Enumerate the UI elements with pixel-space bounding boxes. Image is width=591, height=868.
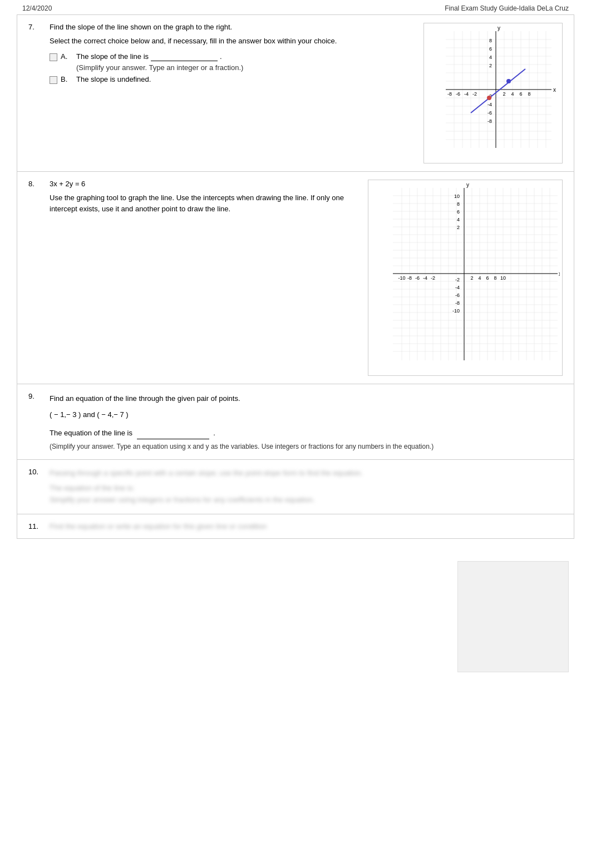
q10-blurred-line2: The equation of the line is: (50, 483, 563, 494)
q11-blurred-text: Find the equation or write an equation f… (50, 522, 563, 530)
svg-text:-4: -4 (455, 285, 460, 290)
page-title: Final Exam Study Guide-Idalia DeLa Cruz (445, 4, 569, 12)
q7-instruction: Select the correct choice below and, if … (50, 36, 412, 47)
q9-answer-blank[interactable] (137, 426, 209, 439)
q9-points: ( − 1,− 3 ) and ( − 4,− 7 ) (50, 408, 563, 421)
q11-number: 11. (28, 522, 50, 530)
svg-text:8: 8 (489, 38, 492, 43)
svg-text:-6: -6 (456, 91, 460, 97)
svg-text:8: 8 (528, 91, 530, 97)
q8-equation: 3x + 2y = 6 (50, 180, 351, 188)
q8-content: 3x + 2y = 6 Use the graphing tool to gra… (50, 180, 563, 376)
question-7-block: 7. Find the slope of the line shown on t… (17, 14, 574, 172)
q7-point2 (506, 79, 511, 83)
svg-text:2: 2 (470, 275, 473, 281)
svg-text:4: 4 (457, 217, 460, 222)
choice-a-period: . (220, 52, 222, 61)
choice-b-radio[interactable] (50, 76, 57, 84)
q10-number: 10. (28, 468, 50, 476)
svg-text:4: 4 (511, 91, 514, 97)
question-11-block: 11. Find the equation or write an equati… (17, 514, 574, 539)
q9-content: Find an equation of the line through the… (50, 392, 563, 452)
svg-text:-2: -2 (472, 91, 477, 97)
q8-xlabel: x (559, 271, 560, 277)
q11-content: Find the equation or write an equation f… (50, 522, 563, 530)
choice-a-simplify: (Simplify your answer. Type an integer o… (76, 63, 243, 72)
svg-text:4: 4 (478, 275, 481, 281)
svg-text:2: 2 (457, 225, 460, 230)
question-8-block: 8. 3x + 2y = 6 Use the graphing tool to … (17, 172, 574, 384)
q8-instruction: Use the graphing tool to graph the line.… (50, 192, 351, 214)
q7-number: 7. (28, 23, 50, 31)
svg-text:6: 6 (486, 275, 489, 281)
q10-blurred-line3: Simplify your answer using integers or f… (50, 494, 563, 506)
svg-text:2: 2 (489, 63, 492, 68)
q8-ylabel: y (466, 182, 469, 188)
q7-xlabel: x (553, 87, 556, 93)
svg-text:10: 10 (454, 194, 460, 199)
svg-text:4: 4 (489, 54, 492, 60)
q7-content: Find the slope of the line shown on the … (50, 23, 563, 163)
q10-blurred-line1: Passing through a specific point with a … (50, 468, 563, 479)
choice-a-blank[interactable] (151, 52, 218, 61)
q7-point1 (487, 96, 491, 100)
svg-text:-8: -8 (487, 118, 492, 124)
choice-a-label: A. (61, 52, 76, 61)
page-header: 12/4/2020 Final Exam Study Guide-Idalia … (0, 0, 591, 14)
q9-answer-text: The equation of the line is (50, 429, 132, 437)
choice-a-text: The slope of the line is (76, 52, 149, 61)
svg-text:6: 6 (519, 91, 522, 97)
question-10-block: 10. Passing through a specific point wit… (17, 460, 574, 514)
q9-number: 9. (28, 392, 50, 400)
svg-text:-6: -6 (455, 292, 460, 298)
svg-text:6: 6 (489, 46, 492, 52)
date: 12/4/2020 (22, 4, 52, 12)
svg-text:-4: -4 (487, 102, 492, 107)
q7-svg: x y -8 -6 -4 -2 2 4 6 8 8 (426, 26, 560, 159)
svg-text:-6: -6 (487, 110, 492, 116)
q9-period: . (213, 429, 215, 437)
svg-text:-10: -10 (398, 275, 405, 281)
svg-text:-6: -6 (415, 275, 420, 281)
q7-ylabel: y (498, 26, 500, 31)
q8-graph: x y -10 -8 -6 -4 -2 2 4 6 8 10 (368, 180, 563, 376)
bottom-graph-box (457, 561, 569, 672)
choice-b-text: The slope is undefined. (76, 75, 151, 83)
svg-text:-4: -4 (423, 275, 427, 281)
svg-text:2: 2 (503, 91, 505, 97)
q8-svg: x y -10 -8 -6 -4 -2 2 4 6 8 10 (371, 182, 560, 371)
svg-text:-8: -8 (407, 275, 412, 281)
bottom-area (0, 561, 591, 683)
svg-text:-4: -4 (464, 91, 469, 97)
q10-content: Passing through a specific point with a … (50, 468, 563, 505)
q9-simplify: (Simplify your answer. Type an equation … (50, 442, 563, 452)
choice-b-label: B. (61, 75, 76, 83)
choice-a-radio[interactable] (50, 53, 57, 61)
q8-number: 8. (28, 180, 50, 188)
svg-text:-10: -10 (452, 308, 460, 314)
q7-title: Find the slope of the line shown on the … (50, 23, 412, 31)
q9-title: Find an equation of the line through the… (50, 392, 563, 405)
svg-text:-2: -2 (431, 275, 435, 281)
svg-text:-8: -8 (455, 300, 460, 306)
svg-text:8: 8 (457, 201, 460, 207)
svg-text:-2: -2 (455, 277, 460, 282)
svg-text:-8: -8 (447, 91, 452, 97)
q7-graph: x y -8 -6 -4 -2 2 4 6 8 8 (423, 23, 563, 163)
svg-text:8: 8 (494, 275, 496, 281)
svg-text:10: 10 (500, 275, 506, 281)
question-9-block: 9. Find an equation of the line through … (17, 384, 574, 460)
svg-text:6: 6 (457, 209, 460, 215)
svg-rect-44 (393, 188, 554, 360)
